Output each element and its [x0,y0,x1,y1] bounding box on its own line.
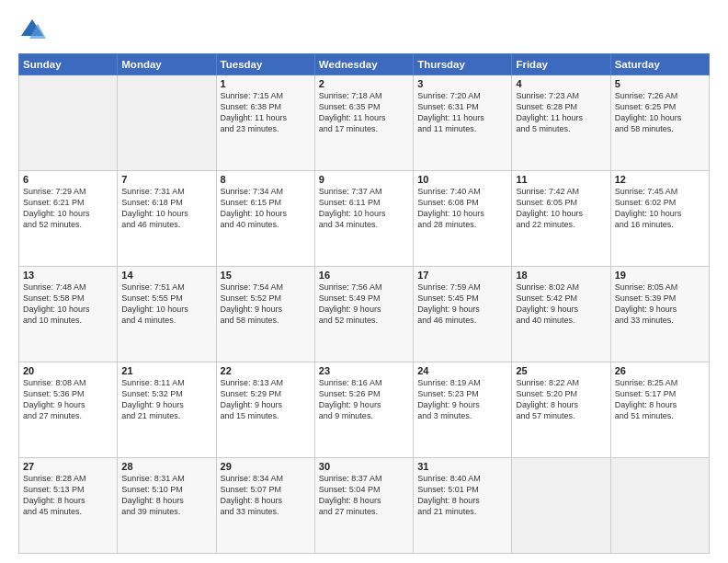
day-info: Sunrise: 8:19 AM Sunset: 5:23 PM Dayligh… [417,377,507,422]
calendar-cell: 6Sunrise: 7:29 AM Sunset: 6:21 PM Daylig… [19,171,118,267]
calendar-cell: 9Sunrise: 7:37 AM Sunset: 6:11 PM Daylig… [314,171,413,267]
calendar-week-row: 6Sunrise: 7:29 AM Sunset: 6:21 PM Daylig… [19,171,710,267]
day-info: Sunrise: 7:51 AM Sunset: 5:55 PM Dayligh… [121,282,211,327]
day-number: 20 [23,365,113,376]
day-info: Sunrise: 7:42 AM Sunset: 6:05 PM Dayligh… [516,186,606,231]
calendar-cell: 19Sunrise: 8:05 AM Sunset: 5:39 PM Dayli… [610,267,709,362]
weekday-row: SundayMondayTuesdayWednesdayThursdayFrid… [19,54,710,75]
calendar: SundayMondayTuesdayWednesdayThursdayFrid… [18,53,710,554]
day-number: 18 [516,270,606,281]
day-number: 11 [516,174,606,185]
day-number: 7 [121,174,211,185]
calendar-cell: 7Sunrise: 7:31 AM Sunset: 6:18 PM Daylig… [118,171,216,267]
calendar-cell: 26Sunrise: 8:25 AM Sunset: 5:17 PM Dayli… [610,362,709,458]
calendar-cell: 27Sunrise: 8:28 AM Sunset: 5:13 PM Dayli… [19,458,118,554]
calendar-cell [512,458,610,554]
calendar-cell: 12Sunrise: 7:45 AM Sunset: 6:02 PM Dayli… [610,171,709,267]
calendar-cell: 2Sunrise: 7:18 AM Sunset: 6:35 PM Daylig… [314,75,413,171]
calendar-cell: 20Sunrise: 8:08 AM Sunset: 5:36 PM Dayli… [19,362,118,458]
day-number: 28 [121,461,211,472]
weekday-header: Monday [118,54,216,75]
day-info: Sunrise: 7:59 AM Sunset: 5:45 PM Dayligh… [417,282,507,327]
calendar-cell: 22Sunrise: 8:13 AM Sunset: 5:29 PM Dayli… [216,362,314,458]
calendar-cell: 31Sunrise: 8:40 AM Sunset: 5:01 PM Dayli… [414,458,512,554]
day-info: Sunrise: 8:22 AM Sunset: 5:20 PM Dayligh… [516,377,606,422]
day-number: 31 [417,461,507,472]
day-number: 25 [516,365,606,376]
day-info: Sunrise: 7:23 AM Sunset: 6:28 PM Dayligh… [516,90,606,135]
day-info: Sunrise: 8:37 AM Sunset: 5:04 PM Dayligh… [319,473,409,518]
day-number: 1 [221,78,311,89]
day-number: 21 [121,365,211,376]
weekday-header: Wednesday [314,54,413,75]
logo-icon [18,17,46,44]
day-info: Sunrise: 7:48 AM Sunset: 5:58 PM Dayligh… [23,282,113,327]
calendar-cell: 13Sunrise: 7:48 AM Sunset: 5:58 PM Dayli… [19,267,118,362]
day-info: Sunrise: 7:15 AM Sunset: 6:38 PM Dayligh… [221,90,311,135]
day-info: Sunrise: 8:16 AM Sunset: 5:26 PM Dayligh… [319,377,409,422]
day-number: 3 [417,78,507,89]
day-info: Sunrise: 8:05 AM Sunset: 5:39 PM Dayligh… [615,282,705,327]
calendar-cell: 18Sunrise: 8:02 AM Sunset: 5:42 PM Dayli… [512,267,610,362]
day-number: 27 [23,461,113,472]
day-info: Sunrise: 7:37 AM Sunset: 6:11 PM Dayligh… [319,186,409,231]
calendar-cell: 3Sunrise: 7:20 AM Sunset: 6:31 PM Daylig… [414,75,512,171]
day-number: 23 [319,365,409,376]
day-info: Sunrise: 8:40 AM Sunset: 5:01 PM Dayligh… [417,473,507,518]
day-number: 12 [615,174,705,185]
calendar-week-row: 27Sunrise: 8:28 AM Sunset: 5:13 PM Dayli… [19,458,710,554]
calendar-cell [610,458,709,554]
day-number: 17 [417,270,507,281]
calendar-cell: 25Sunrise: 8:22 AM Sunset: 5:20 PM Dayli… [512,362,610,458]
day-number: 2 [319,78,409,89]
weekday-header: Tuesday [216,54,314,75]
day-info: Sunrise: 7:29 AM Sunset: 6:21 PM Dayligh… [23,186,113,231]
weekday-header: Sunday [19,54,118,75]
day-number: 26 [615,365,705,376]
day-info: Sunrise: 8:11 AM Sunset: 5:32 PM Dayligh… [121,377,211,422]
day-info: Sunrise: 7:26 AM Sunset: 6:25 PM Dayligh… [615,90,705,135]
logo [18,17,50,44]
calendar-cell: 23Sunrise: 8:16 AM Sunset: 5:26 PM Dayli… [314,362,413,458]
calendar-header: SundayMondayTuesdayWednesdayThursdayFrid… [19,54,710,75]
calendar-cell: 8Sunrise: 7:34 AM Sunset: 6:15 PM Daylig… [216,171,314,267]
page: SundayMondayTuesdayWednesdayThursdayFrid… [0,0,728,563]
calendar-cell: 24Sunrise: 8:19 AM Sunset: 5:23 PM Dayli… [414,362,512,458]
day-info: Sunrise: 7:54 AM Sunset: 5:52 PM Dayligh… [221,282,311,327]
calendar-week-row: 20Sunrise: 8:08 AM Sunset: 5:36 PM Dayli… [19,362,710,458]
day-number: 10 [417,174,507,185]
calendar-week-row: 1Sunrise: 7:15 AM Sunset: 6:38 PM Daylig… [19,75,710,171]
day-number: 9 [319,174,409,185]
day-number: 14 [121,270,211,281]
day-number: 15 [221,270,311,281]
weekday-header: Friday [512,54,610,75]
day-number: 16 [319,270,409,281]
calendar-cell: 28Sunrise: 8:31 AM Sunset: 5:10 PM Dayli… [118,458,216,554]
day-info: Sunrise: 8:34 AM Sunset: 5:07 PM Dayligh… [221,473,311,518]
calendar-cell: 4Sunrise: 7:23 AM Sunset: 6:28 PM Daylig… [512,75,610,171]
calendar-cell: 16Sunrise: 7:56 AM Sunset: 5:49 PM Dayli… [314,267,413,362]
day-info: Sunrise: 7:34 AM Sunset: 6:15 PM Dayligh… [221,186,311,231]
calendar-cell: 11Sunrise: 7:42 AM Sunset: 6:05 PM Dayli… [512,171,610,267]
day-number: 13 [23,270,113,281]
day-number: 29 [221,461,311,472]
calendar-cell [118,75,216,171]
weekday-header: Saturday [610,54,709,75]
header [18,17,710,44]
day-info: Sunrise: 8:08 AM Sunset: 5:36 PM Dayligh… [23,377,113,422]
day-number: 5 [615,78,705,89]
calendar-cell: 15Sunrise: 7:54 AM Sunset: 5:52 PM Dayli… [216,267,314,362]
day-number: 4 [516,78,606,89]
day-info: Sunrise: 7:31 AM Sunset: 6:18 PM Dayligh… [121,186,211,231]
calendar-cell: 29Sunrise: 8:34 AM Sunset: 5:07 PM Dayli… [216,458,314,554]
day-info: Sunrise: 7:20 AM Sunset: 6:31 PM Dayligh… [417,90,507,135]
calendar-body: 1Sunrise: 7:15 AM Sunset: 6:38 PM Daylig… [19,75,710,554]
day-number: 6 [23,174,113,185]
weekday-header: Thursday [414,54,512,75]
day-number: 8 [221,174,311,185]
calendar-cell: 17Sunrise: 7:59 AM Sunset: 5:45 PM Dayli… [414,267,512,362]
day-number: 30 [319,461,409,472]
day-info: Sunrise: 8:25 AM Sunset: 5:17 PM Dayligh… [615,377,705,422]
day-number: 19 [615,270,705,281]
calendar-cell: 30Sunrise: 8:37 AM Sunset: 5:04 PM Dayli… [314,458,413,554]
